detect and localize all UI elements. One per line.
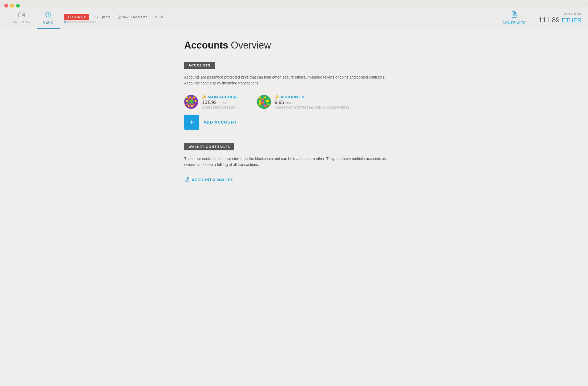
contracts-icon — [510, 11, 517, 20]
network-status: TEST-NET 3 peers | 94,767 blocks left | … — [64, 14, 163, 23]
accounts-section: ACCOUNTS Accounts are password protected… — [184, 62, 404, 130]
main-content: Accounts Overview ACCOUNTS Accounts are … — [174, 29, 414, 194]
svg-rect-23 — [259, 96, 261, 98]
balance-amount: 111.89 ETHER — [538, 16, 582, 24]
testnet-badge: TEST-NET — [64, 14, 89, 20]
wallet-contracts-badge: WALLET CONTRACTS — [184, 143, 234, 150]
avatar-2 — [257, 95, 271, 109]
svg-rect-25 — [261, 98, 264, 100]
svg-rect-13 — [190, 100, 193, 102]
svg-point-4 — [156, 16, 157, 17]
svg-rect-15 — [188, 102, 190, 104]
svg-rect-32 — [259, 103, 261, 105]
svg-rect-10 — [188, 98, 190, 100]
add-account-row: + ADD ACCOUNT — [184, 115, 404, 130]
nav-contracts[interactable]: CONTRACTS — [496, 8, 532, 29]
accounts-badge: ACCOUNTS — [184, 62, 215, 69]
svg-rect-35 — [261, 105, 262, 107]
svg-rect-9 — [193, 96, 195, 98]
wallet-preview-row[interactable]: ACCOUNT 3 WALLET — [184, 176, 404, 184]
avatar-1 — [184, 95, 198, 109]
svg-rect-34 — [267, 103, 269, 105]
sync-bar-container — [64, 21, 96, 23]
minimize-button[interactable] — [10, 4, 14, 8]
account-address-1: 0xE9A33601FAAC96b0f... — [202, 106, 241, 109]
svg-rect-12 — [186, 100, 188, 102]
topbar: WALLETS SEND TEST-NET 3 peers | 94,767 — [0, 8, 588, 29]
svg-rect-33 — [262, 103, 266, 105]
account-balance-1: 101.93 ether — [202, 100, 241, 105]
svg-rect-30 — [261, 102, 264, 104]
page-title: Accounts Overview — [184, 40, 404, 51]
account-info-1: 🔑 MAIN ACCOUN.. 101.93 ether 0xE9A33601F… — [202, 95, 241, 109]
nav-send[interactable]: SEND — [37, 8, 60, 29]
svg-rect-26 — [266, 98, 267, 100]
svg-rect-31 — [266, 102, 267, 104]
svg-rect-17 — [186, 103, 188, 105]
svg-rect-16 — [191, 102, 193, 104]
sync-bar-fill — [64, 21, 66, 23]
wallets-label: WALLETS — [13, 20, 30, 24]
blocks-left: 94,767 blocks left — [118, 15, 147, 19]
add-account-label[interactable]: ADD ACCOUNT — [203, 120, 237, 124]
window-chrome — [0, 0, 588, 8]
svg-rect-8 — [190, 96, 191, 98]
contracts-label: CONTRACTS — [502, 21, 526, 25]
send-icon — [45, 11, 51, 19]
svg-rect-27 — [259, 100, 261, 103]
wallet-contracts-section: WALLET CONTRACTS These are contracts tha… — [184, 143, 404, 184]
key-icon-1: 🔑 — [202, 95, 206, 99]
wallet-contracts-description: These are contracts that are stored on t… — [184, 156, 393, 168]
nav-wallets[interactable]: WALLETS — [6, 8, 37, 29]
balance-label: BALANCE — [538, 12, 582, 16]
svg-rect-1 — [22, 14, 24, 16]
svg-rect-36 — [264, 105, 267, 107]
account-name-1[interactable]: 🔑 MAIN ACCOUN.. — [202, 95, 241, 99]
wallet-account-name: ACCOUNT 3 WALLET — [192, 178, 233, 182]
svg-rect-29 — [266, 100, 269, 102]
account-balance-2: 9.96 ether — [275, 100, 349, 105]
balance-block: BALANCE 111.89 ETHER — [538, 12, 582, 24]
svg-rect-20 — [188, 105, 190, 107]
send-label: SEND — [43, 20, 54, 24]
accounts-description: Accounts are password protected keys tha… — [184, 74, 393, 86]
account-card-2[interactable]: 🔑 ACCOUNT 2 9.96 ether 0xb680010CFa71770… — [257, 95, 349, 109]
peers-count: 3 peers — [95, 15, 110, 19]
svg-rect-24 — [264, 96, 266, 98]
svg-rect-28 — [262, 100, 264, 102]
svg-rect-21 — [191, 105, 193, 107]
wallets-icon — [18, 12, 25, 19]
account-address-2: 0xb680010CFa71770E93e2b40Bd9c4A902b3FdE6… — [275, 106, 349, 109]
account-info-2: 🔑 ACCOUNT 2 9.96 ether 0xb680010CFa71770… — [275, 95, 349, 109]
svg-rect-14 — [195, 100, 197, 102]
add-account-button[interactable]: + — [184, 115, 199, 130]
account-name-2[interactable]: 🔑 ACCOUNT 2 — [275, 95, 349, 99]
sync-percent: 6% — [154, 15, 163, 19]
account-card-1[interactable]: 🔑 MAIN ACCOUN.. 101.93 ether 0xE9A33601F… — [184, 95, 241, 109]
network-info: 3 peers | 94,767 blocks left | 6% — [95, 15, 164, 19]
accounts-row: 🔑 MAIN ACCOUN.. 101.93 ether 0xE9A33601F… — [184, 95, 404, 109]
wallet-file-icon — [184, 176, 190, 184]
svg-rect-18 — [190, 103, 191, 105]
key-icon-2: 🔑 — [275, 95, 279, 99]
maximize-button[interactable] — [16, 4, 20, 8]
svg-rect-7 — [186, 96, 188, 98]
close-button[interactable] — [4, 4, 8, 8]
svg-rect-19 — [193, 103, 195, 105]
svg-rect-11 — [191, 98, 193, 100]
